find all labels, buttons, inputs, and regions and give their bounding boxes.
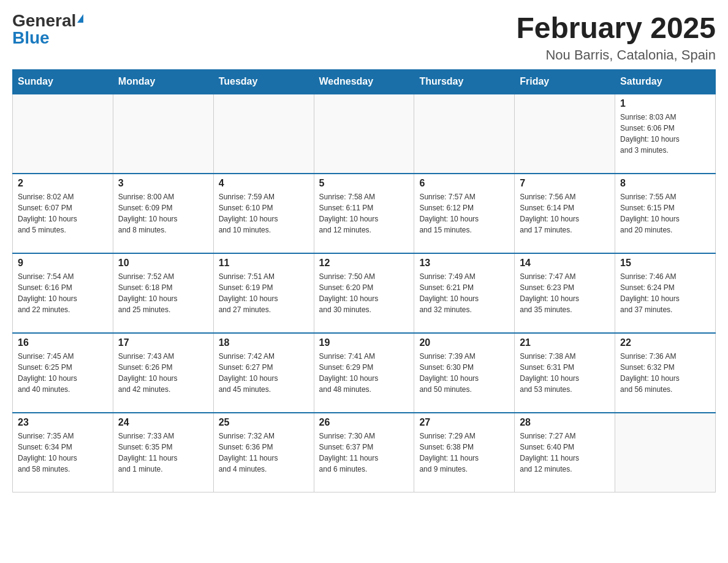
week-row-2: 2Sunrise: 8:02 AM Sunset: 6:07 PM Daylig… xyxy=(13,174,716,253)
weekday-header-thursday: Thursday xyxy=(414,69,515,94)
calendar-cell: 3Sunrise: 8:00 AM Sunset: 6:09 PM Daylig… xyxy=(113,174,213,253)
calendar-cell: 8Sunrise: 7:55 AM Sunset: 6:15 PM Daylig… xyxy=(615,174,716,253)
calendar-table: SundayMondayTuesdayWednesdayThursdayFrid… xyxy=(12,69,716,493)
month-title: February 2025 xyxy=(516,12,716,45)
calendar-cell: 20Sunrise: 7:39 AM Sunset: 6:30 PM Dayli… xyxy=(414,333,515,413)
day-info: Sunrise: 8:00 AM Sunset: 6:09 PM Dayligh… xyxy=(118,191,208,236)
calendar-cell: 26Sunrise: 7:30 AM Sunset: 6:37 PM Dayli… xyxy=(314,413,414,492)
calendar-cell: 13Sunrise: 7:49 AM Sunset: 6:21 PM Dayli… xyxy=(414,253,515,333)
day-info: Sunrise: 7:36 AM Sunset: 6:32 PM Dayligh… xyxy=(620,351,710,395)
day-number: 1 xyxy=(620,98,710,109)
page-header: General Blue February 2025 Nou Barris, C… xyxy=(12,12,716,63)
day-number: 20 xyxy=(419,337,509,348)
day-info: Sunrise: 7:29 AM Sunset: 6:38 PM Dayligh… xyxy=(419,431,509,475)
logo: General Blue xyxy=(12,12,83,47)
day-number: 14 xyxy=(520,258,610,269)
day-info: Sunrise: 7:43 AM Sunset: 6:26 PM Dayligh… xyxy=(118,351,208,395)
calendar-cell: 27Sunrise: 7:29 AM Sunset: 6:38 PM Dayli… xyxy=(414,413,515,492)
day-number: 5 xyxy=(319,178,409,189)
calendar-cell: 28Sunrise: 7:27 AM Sunset: 6:40 PM Dayli… xyxy=(515,413,615,492)
day-info: Sunrise: 7:46 AM Sunset: 6:24 PM Dayligh… xyxy=(620,271,710,315)
week-row-1: 1Sunrise: 8:03 AM Sunset: 6:06 PM Daylig… xyxy=(13,94,716,174)
calendar-cell xyxy=(515,94,615,174)
day-info: Sunrise: 7:56 AM Sunset: 6:14 PM Dayligh… xyxy=(520,191,610,236)
day-number: 2 xyxy=(18,178,108,189)
calendar-cell: 25Sunrise: 7:32 AM Sunset: 6:36 PM Dayli… xyxy=(213,413,314,492)
calendar-cell: 24Sunrise: 7:33 AM Sunset: 6:35 PM Dayli… xyxy=(113,413,213,492)
calendar-cell: 21Sunrise: 7:38 AM Sunset: 6:31 PM Dayli… xyxy=(515,333,615,413)
day-info: Sunrise: 7:50 AM Sunset: 6:20 PM Dayligh… xyxy=(319,271,409,315)
day-number: 10 xyxy=(118,258,208,269)
calendar-cell xyxy=(113,94,213,174)
day-number: 24 xyxy=(118,417,208,428)
calendar-cell: 6Sunrise: 7:57 AM Sunset: 6:12 PM Daylig… xyxy=(414,174,515,253)
calendar-cell: 15Sunrise: 7:46 AM Sunset: 6:24 PM Dayli… xyxy=(615,253,716,333)
calendar-cell xyxy=(13,94,113,174)
week-row-4: 16Sunrise: 7:45 AM Sunset: 6:25 PM Dayli… xyxy=(13,333,716,413)
day-number: 25 xyxy=(219,417,309,428)
title-section: February 2025 Nou Barris, Catalonia, Spa… xyxy=(516,12,716,63)
day-number: 23 xyxy=(18,417,108,428)
calendar-cell: 2Sunrise: 8:02 AM Sunset: 6:07 PM Daylig… xyxy=(13,174,113,253)
day-number: 12 xyxy=(319,258,409,269)
day-info: Sunrise: 8:02 AM Sunset: 6:07 PM Dayligh… xyxy=(18,191,108,236)
calendar-cell: 9Sunrise: 7:54 AM Sunset: 6:16 PM Daylig… xyxy=(13,253,113,333)
calendar-cell xyxy=(314,94,414,174)
calendar-cell: 7Sunrise: 7:56 AM Sunset: 6:14 PM Daylig… xyxy=(515,174,615,253)
logo-blue: Blue xyxy=(12,29,50,47)
day-number: 27 xyxy=(419,417,509,428)
day-number: 13 xyxy=(419,258,509,269)
day-info: Sunrise: 8:03 AM Sunset: 6:06 PM Dayligh… xyxy=(620,112,710,156)
calendar-cell: 5Sunrise: 7:58 AM Sunset: 6:11 PM Daylig… xyxy=(314,174,414,253)
day-info: Sunrise: 7:55 AM Sunset: 6:15 PM Dayligh… xyxy=(620,191,710,236)
day-number: 19 xyxy=(319,337,409,348)
calendar-cell xyxy=(615,413,716,492)
calendar-cell: 4Sunrise: 7:59 AM Sunset: 6:10 PM Daylig… xyxy=(213,174,314,253)
calendar-cell: 11Sunrise: 7:51 AM Sunset: 6:19 PM Dayli… xyxy=(213,253,314,333)
calendar-cell: 23Sunrise: 7:35 AM Sunset: 6:34 PM Dayli… xyxy=(13,413,113,492)
day-number: 11 xyxy=(219,258,309,269)
weekday-header-sunday: Sunday xyxy=(13,69,113,94)
day-info: Sunrise: 7:57 AM Sunset: 6:12 PM Dayligh… xyxy=(419,191,509,236)
calendar-cell: 18Sunrise: 7:42 AM Sunset: 6:27 PM Dayli… xyxy=(213,333,314,413)
day-info: Sunrise: 7:59 AM Sunset: 6:10 PM Dayligh… xyxy=(219,191,309,236)
calendar-cell xyxy=(414,94,515,174)
day-info: Sunrise: 7:58 AM Sunset: 6:11 PM Dayligh… xyxy=(319,191,409,236)
day-number: 21 xyxy=(520,337,610,348)
weekday-header-tuesday: Tuesday xyxy=(213,69,314,94)
day-number: 4 xyxy=(219,178,309,189)
day-info: Sunrise: 7:35 AM Sunset: 6:34 PM Dayligh… xyxy=(18,431,108,475)
day-info: Sunrise: 7:49 AM Sunset: 6:21 PM Dayligh… xyxy=(419,271,509,315)
day-info: Sunrise: 7:41 AM Sunset: 6:29 PM Dayligh… xyxy=(319,351,409,395)
day-info: Sunrise: 7:32 AM Sunset: 6:36 PM Dayligh… xyxy=(219,431,309,475)
calendar-cell: 22Sunrise: 7:36 AM Sunset: 6:32 PM Dayli… xyxy=(615,333,716,413)
day-number: 26 xyxy=(319,417,409,428)
day-info: Sunrise: 7:54 AM Sunset: 6:16 PM Dayligh… xyxy=(18,271,108,315)
day-number: 15 xyxy=(620,258,710,269)
day-number: 9 xyxy=(18,258,108,269)
logo-general: General xyxy=(12,12,76,29)
location: Nou Barris, Catalonia, Spain xyxy=(516,47,716,63)
calendar-cell: 12Sunrise: 7:50 AM Sunset: 6:20 PM Dayli… xyxy=(314,253,414,333)
weekday-header-friday: Friday xyxy=(515,69,615,94)
weekday-header-wednesday: Wednesday xyxy=(314,69,414,94)
logo-arrow-icon xyxy=(77,14,83,23)
calendar-cell: 10Sunrise: 7:52 AM Sunset: 6:18 PM Dayli… xyxy=(113,253,213,333)
day-info: Sunrise: 7:39 AM Sunset: 6:30 PM Dayligh… xyxy=(419,351,509,395)
day-number: 8 xyxy=(620,178,710,189)
calendar-cell: 1Sunrise: 8:03 AM Sunset: 6:06 PM Daylig… xyxy=(615,94,716,174)
weekday-header-row: SundayMondayTuesdayWednesdayThursdayFrid… xyxy=(13,69,716,94)
calendar-cell xyxy=(213,94,314,174)
day-number: 3 xyxy=(118,178,208,189)
week-row-5: 23Sunrise: 7:35 AM Sunset: 6:34 PM Dayli… xyxy=(13,413,716,492)
day-number: 6 xyxy=(419,178,509,189)
day-info: Sunrise: 7:51 AM Sunset: 6:19 PM Dayligh… xyxy=(219,271,309,315)
day-number: 22 xyxy=(620,337,710,348)
day-info: Sunrise: 7:45 AM Sunset: 6:25 PM Dayligh… xyxy=(18,351,108,395)
calendar-cell: 19Sunrise: 7:41 AM Sunset: 6:29 PM Dayli… xyxy=(314,333,414,413)
day-number: 17 xyxy=(118,337,208,348)
day-number: 18 xyxy=(219,337,309,348)
weekday-header-monday: Monday xyxy=(113,69,213,94)
day-number: 7 xyxy=(520,178,610,189)
calendar-cell: 17Sunrise: 7:43 AM Sunset: 6:26 PM Dayli… xyxy=(113,333,213,413)
